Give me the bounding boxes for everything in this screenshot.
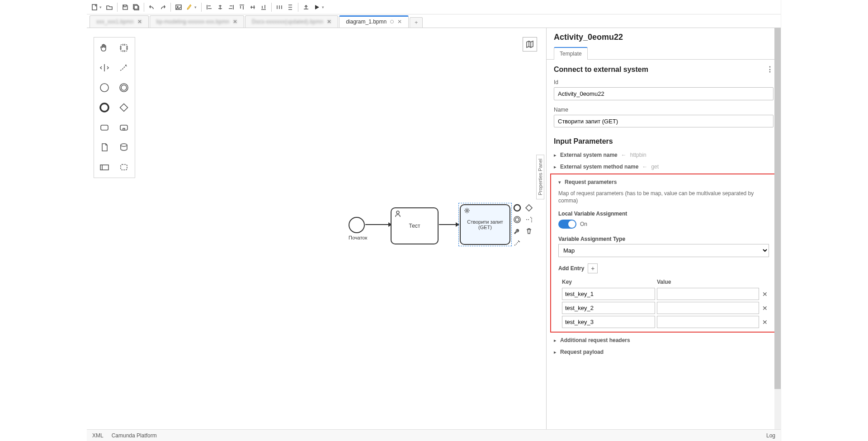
ctx-intermediate-event-icon[interactable] (513, 215, 522, 224)
separator (201, 3, 202, 12)
ctx-wrench-icon[interactable] (513, 227, 522, 236)
open-file-icon[interactable] (104, 2, 114, 12)
kv-value-input[interactable] (657, 288, 759, 300)
distribute-v-icon[interactable] (285, 2, 295, 12)
save-all-icon[interactable] (131, 2, 141, 12)
ctx-trash-icon[interactable] (524, 227, 533, 236)
add-entry-button[interactable]: + (588, 263, 598, 273)
pool-icon[interactable] (98, 160, 111, 174)
ctx-end-event-icon[interactable] (513, 203, 522, 212)
redo-icon[interactable] (158, 2, 168, 12)
close-icon[interactable]: ✕ (327, 19, 331, 25)
tab-file-3[interactable]: Docs-xxxxxxx(updated).bpmn✕ (245, 15, 338, 28)
section-menu-icon[interactable]: ⋮ (766, 65, 774, 74)
task-icon[interactable] (98, 121, 111, 134)
kv-key-input[interactable] (562, 316, 655, 328)
gateway-icon[interactable] (117, 101, 131, 114)
footer-xml-tab[interactable]: XML (92, 432, 104, 439)
tab-template[interactable]: Template (554, 47, 588, 60)
local-var-toggle[interactable] (558, 220, 576, 229)
sequence-flow[interactable] (365, 224, 392, 225)
footer-platform-tab[interactable]: Camunda Platform (112, 432, 157, 439)
minimap-toggle[interactable] (523, 37, 537, 52)
var-assignment-type-select[interactable]: Map (558, 244, 769, 257)
svg-point-4 (100, 84, 108, 92)
var-assignment-type-label: Variable Assignment Type (551, 233, 776, 244)
external-system-name-row[interactable]: External system name ← httpbin (547, 149, 781, 161)
save-icon[interactable] (120, 2, 130, 12)
additional-headers-row[interactable]: Additional request headers (547, 334, 781, 346)
tab-file-1[interactable]: xxx_xxx1.bpmn✕ (90, 15, 149, 28)
run-dropdown[interactable]: ▾ (322, 5, 324, 9)
data-object-icon[interactable] (98, 141, 111, 154)
user-task-node[interactable]: Тест (391, 207, 439, 244)
align-center-icon[interactable] (215, 2, 225, 12)
request-payload-row[interactable]: Request payload (547, 346, 781, 358)
request-params-toggle[interactable]: Request parameters (551, 176, 776, 188)
user-icon (394, 210, 401, 217)
tab-file-4[interactable]: diagram_1.bpmn✕ (339, 15, 409, 28)
kv-key-input[interactable] (562, 302, 655, 314)
distribute-h-icon[interactable] (274, 2, 284, 12)
group-icon[interactable] (117, 160, 131, 174)
start-event-icon[interactable] (98, 81, 111, 94)
data-store-icon[interactable] (117, 141, 131, 154)
space-tool-icon[interactable] (98, 61, 111, 75)
ctx-gateway-icon[interactable] (524, 203, 533, 212)
align-left-icon[interactable] (204, 2, 214, 12)
align-middle-icon[interactable] (248, 2, 258, 12)
remove-entry-icon[interactable]: ✕ (761, 305, 769, 312)
kv-value-input[interactable] (657, 302, 759, 314)
separator (170, 3, 171, 12)
properties-panel-handle[interactable]: Properties Panel (536, 155, 544, 199)
ctx-connect-icon[interactable] (513, 239, 522, 248)
ctx-annotation-icon[interactable] (524, 215, 533, 224)
kv-value-input[interactable] (657, 316, 759, 328)
gear-icon (463, 207, 471, 214)
panel-title: Activity_0eomu22 (547, 28, 781, 47)
deploy-icon[interactable] (301, 2, 311, 12)
external-system-method-row[interactable]: External system method name ← get (547, 161, 781, 173)
svg-point-2 (177, 6, 178, 7)
undo-icon[interactable] (147, 2, 157, 12)
lasso-tool-icon[interactable] (117, 41, 131, 55)
align-top-icon[interactable] (237, 2, 247, 12)
tab-label: xxx_xxx1.bpmn (96, 19, 134, 25)
add-tab-button[interactable]: + (410, 17, 423, 28)
subprocess-icon[interactable] (117, 121, 131, 134)
connect-tool-icon[interactable] (117, 61, 131, 75)
remove-entry-icon[interactable]: ✕ (761, 291, 769, 298)
name-input[interactable] (554, 115, 774, 127)
tab-label: bp-modeling-xxxxxx-xxx.bpmn (156, 19, 229, 25)
align-bottom-icon[interactable] (259, 2, 269, 12)
panel-scrollbar[interactable] (774, 28, 781, 429)
align-right-icon[interactable] (226, 2, 236, 12)
diagram-canvas[interactable]: Початок Тест Створити запит (GET) (87, 28, 547, 429)
close-icon[interactable]: ✕ (397, 19, 402, 25)
tab-file-2[interactable]: bp-modeling-xxxxxx-xxx.bpmn✕ (150, 15, 244, 28)
run-icon[interactable] (312, 2, 322, 12)
new-file-dropdown[interactable]: ▾ (99, 5, 102, 9)
highlight-icon[interactable] (184, 2, 194, 12)
start-event-node[interactable]: Початок (349, 217, 367, 240)
footer-log-tab[interactable]: Log (766, 432, 775, 439)
end-event-icon[interactable] (98, 101, 111, 114)
unsaved-dot-icon (390, 20, 394, 23)
service-task-node[interactable]: Створити запит (GET) (460, 204, 510, 245)
new-file-icon[interactable] (90, 2, 99, 12)
svg-point-6 (121, 85, 127, 90)
sequence-flow[interactable] (439, 224, 459, 225)
image-icon[interactable] (174, 2, 184, 12)
remove-entry-icon[interactable]: ✕ (761, 319, 769, 326)
highlight-dropdown[interactable]: ▾ (194, 5, 197, 9)
svg-point-17 (514, 205, 520, 211)
ext-name-hint: httpbin (630, 152, 646, 158)
id-input[interactable] (554, 87, 774, 100)
intermediate-event-icon[interactable] (117, 81, 131, 94)
close-icon[interactable]: ✕ (233, 19, 237, 25)
kv-key-input[interactable] (562, 288, 655, 300)
panel-tabs: Template (547, 47, 781, 60)
close-icon[interactable]: ✕ (137, 19, 142, 25)
hand-tool-icon[interactable] (98, 41, 111, 55)
svg-rect-8 (120, 104, 128, 112)
